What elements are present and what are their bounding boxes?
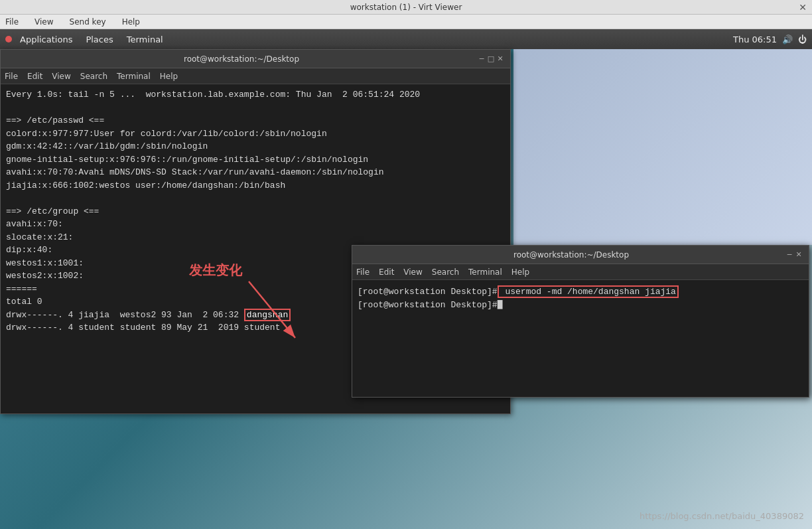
right-bg-area xyxy=(513,49,812,245)
taskbar-dot xyxy=(5,36,12,42)
t1-line-4: gdm:x:42:42::/var/lib/gdm:/sbin/nologin xyxy=(6,140,505,153)
terminal-1-menu: File Edit View Search Terminal Help xyxy=(1,68,510,84)
t1-line-7: jiajia:x:666:1002:westos user:/home/dang… xyxy=(6,179,505,192)
t2-menu-help[interactable]: Help xyxy=(511,267,529,277)
terminal-window-2: root@workstation:~/Desktop − ✕ File Edit… xyxy=(352,245,809,398)
t2-cmd-1: usermod -md /home/dangshan jiajia xyxy=(498,285,679,298)
terminal-1-close[interactable]: ✕ xyxy=(496,54,505,64)
terminal-2-minimize[interactable]: − xyxy=(785,250,794,260)
t1-line-10: avahi:x:70: xyxy=(6,218,505,231)
t1-line-8 xyxy=(6,192,505,205)
terminal-1-maximize[interactable]: □ xyxy=(486,54,496,64)
terminal-2-close[interactable]: ✕ xyxy=(794,250,803,260)
t1-line-11: slocate:x:21: xyxy=(6,231,505,244)
taskbar-right: Thu 06:51 🔊 ⏻ xyxy=(733,35,807,44)
menu-send-key[interactable]: Send key xyxy=(67,17,109,27)
t2-line-1: [root@workstation Desktop]# usermod -md … xyxy=(358,285,803,299)
menu-help[interactable]: Help xyxy=(119,17,143,27)
annotation-arrow xyxy=(209,275,328,361)
terminal-2-menu: File Edit View Search Terminal Help xyxy=(352,264,809,280)
desktop: root@workstation:~/Desktop − □ ✕ File Ed… xyxy=(0,49,812,529)
menu-file[interactable]: File xyxy=(3,17,21,27)
terminal-1-titlebar: root@workstation:~/Desktop − □ ✕ xyxy=(1,50,510,68)
annotation-change: 发生变化 xyxy=(189,262,242,279)
terminal-1-title: root@workstation:~/Desktop xyxy=(6,54,477,64)
close-icon[interactable]: ✕ xyxy=(799,2,807,13)
t1-line-0: Every 1.0s: tail -n 5 ... workstation.la… xyxy=(6,88,505,102)
terminal-2-content: [root@workstation Desktop]# usermod -md … xyxy=(352,280,809,397)
title-bar: workstation (1) - Virt Viewer ✕ xyxy=(0,0,812,15)
t2-menu-file[interactable]: File xyxy=(356,267,370,277)
t2-prompt-1: [root@workstation Desktop]# xyxy=(358,287,498,297)
t1-line-9: ==> /etc/group <== xyxy=(6,205,505,218)
power-icon[interactable]: ⏻ xyxy=(798,35,807,44)
menu-view[interactable]: View xyxy=(32,17,56,27)
terminal-1-minimize[interactable]: − xyxy=(477,54,486,64)
terminal-2-titlebar: root@workstation:~/Desktop − ✕ xyxy=(352,246,809,264)
taskbar-places[interactable]: Places xyxy=(80,33,118,46)
volume-icon[interactable]: 🔊 xyxy=(782,35,793,44)
taskbar-applications[interactable]: Applications xyxy=(15,33,78,46)
t1-line-6: avahi:x:70:70:Avahi mDNS/DNS-SD Stack:/v… xyxy=(6,166,505,179)
t1-line-3: colord:x:977:977:User for colord:/var/li… xyxy=(6,127,505,141)
t1-menu-terminal[interactable]: Terminal xyxy=(117,72,151,81)
t1-menu-search[interactable]: Search xyxy=(80,72,107,81)
t2-prompt-2: [root@workstation Desktop]# xyxy=(358,300,498,310)
t2-menu-search[interactable]: Search xyxy=(432,267,459,277)
t1-menu-file[interactable]: File xyxy=(5,72,18,81)
t1-menu-edit[interactable]: Edit xyxy=(27,72,42,81)
taskbar: Applications Places Terminal Thu 06:51 🔊… xyxy=(0,29,812,49)
t1-line-2: ==> /etc/passwd <== xyxy=(6,114,505,127)
t1-line-1 xyxy=(6,102,505,115)
t1-menu-help[interactable]: Help xyxy=(160,72,178,81)
t2-line-2: [root@workstation Desktop]#█ xyxy=(358,299,803,312)
taskbar-left: Applications Places Terminal xyxy=(5,33,169,46)
terminal-2-title: root@workstation:~/Desktop xyxy=(358,250,785,260)
title-bar-title: workstation (1) - Virt Viewer xyxy=(350,3,462,12)
app-menu-bar: File View Send key Help xyxy=(0,15,812,29)
svg-line-1 xyxy=(249,281,295,338)
taskbar-time: Thu 06:51 xyxy=(733,35,777,44)
t2-cursor: █ xyxy=(498,300,503,310)
taskbar-terminal[interactable]: Terminal xyxy=(121,33,169,46)
watermark: https://blog.csdn.net/baidu_40389082 xyxy=(640,511,804,521)
t2-menu-edit[interactable]: Edit xyxy=(379,267,394,277)
t1-line-5: gnome-initial-setup:x:976:976::/run/gnom… xyxy=(6,153,505,167)
t2-menu-view[interactable]: View xyxy=(403,267,422,277)
t1-menu-view[interactable]: View xyxy=(52,72,70,81)
t2-menu-terminal[interactable]: Terminal xyxy=(468,267,502,277)
